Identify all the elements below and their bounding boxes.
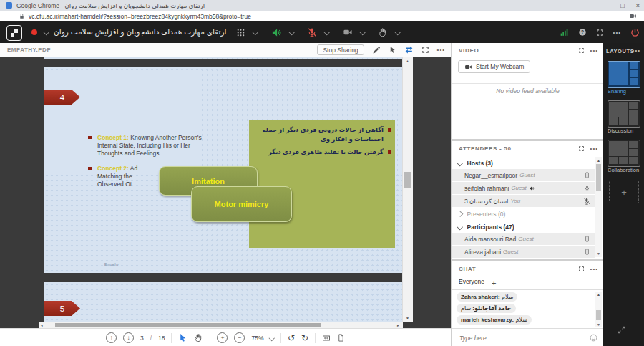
add-layout-button[interactable]: + [609,181,639,203]
pod-fullscreen-icon[interactable] [578,145,585,152]
zoom-in-button[interactable]: + [217,332,228,343]
exit-power-icon[interactable] [630,28,640,37]
scroll-down-arrow[interactable]: ▼ [597,251,600,256]
maximize-button[interactable]: □ [620,2,624,9]
video-pod-more-icon[interactable]: ••• [590,47,598,54]
scroll-thumb[interactable] [596,310,601,320]
document-controls: ↑ ↓ 3 / 18 + − 75% ↺ ↻ [0,328,451,346]
url-text[interactable]: vc.cfu.ac.ir/mahart-hamdeli/?session=bre… [29,13,251,20]
fit-page-icon[interactable] [337,334,345,342]
webcam-icon[interactable] [343,27,353,37]
start-webcam-button[interactable]: Start My Webcam [458,60,530,73]
vertical-scroll-thumb[interactable] [404,172,411,188]
scroll-right-arrow[interactable]: ▸ [397,323,399,327]
chat-messages: Zahra shakeri: سلام حامد آقاجانلو: سام m… [452,290,595,328]
scroll-up-arrow[interactable]: ▲ [597,292,600,297]
chat-input-row [452,328,603,346]
rotate-ccw-button[interactable]: ↺ [288,333,295,343]
minimize-button[interactable]: – [605,2,609,9]
attendee-row[interactable]: Aida.mansouri Rad Guest [452,233,595,246]
horizontal-scroll-thumb[interactable] [55,323,321,327]
attendee-row[interactable]: seifolah rahmani Guest [452,182,595,195]
chat-pod-title: CHAT [459,266,476,272]
speaker-chevron-icon[interactable] [288,29,294,35]
attendee-row[interactable]: Negar__esmailpoor Guest [452,169,595,182]
pod-fullscreen-icon[interactable] [578,47,585,54]
add-chat-tab-button[interactable]: + [492,279,496,287]
scroll-down-arrow[interactable]: ▼ [597,322,600,327]
document-vertical-scrollbar[interactable]: ▲ ▼ [402,57,413,322]
scroll-down-arrow[interactable]: ▼ [406,316,409,320]
page-up-button[interactable]: ↑ [106,332,117,343]
raise-hand-icon[interactable] [378,27,388,37]
layout-sharing-thumbnail[interactable] [608,61,640,88]
url-bar[interactable]: vc.cfu.ac.ir/mahart-hamdeli/?session=bre… [0,11,644,22]
sync-navigation-icon[interactable] [404,45,414,54]
pan-hand-tool-icon[interactable] [194,333,203,342]
pod-fullscreen-icon[interactable] [421,46,429,54]
connection-signal-icon[interactable] [560,28,569,37]
toolbar-more-icon[interactable]: ••• [613,29,621,36]
mic-chevron-icon[interactable] [324,29,330,35]
fullscreen-icon[interactable] [596,29,604,37]
layouts-more-icon[interactable]: ••• [633,47,640,54]
chat-pod-more-icon[interactable]: ••• [590,266,598,272]
attendee-row-you[interactable]: استان کردستان 3 You [452,195,595,208]
select-cursor-tool-icon[interactable] [178,333,187,342]
stop-sharing-button[interactable]: Stop Sharing [317,44,364,55]
page-down-button[interactable]: ↓ [123,332,134,343]
help-icon[interactable] [578,28,587,37]
camera-permission-icon[interactable] [629,12,637,20]
slide-number-banner: 5 [44,301,80,316]
share-pod-more-icon[interactable]: ••• [437,47,445,53]
meeting-title[interactable]: ارتقای مهارت همدلی دانشجویان و افزایش سل… [54,27,226,36]
zoom-chevron-icon[interactable] [269,335,275,341]
speaking-icon [529,186,535,191]
presenters-section-header[interactable]: Presenters (0) [452,208,595,220]
webcam-chevron-icon[interactable] [359,29,365,35]
fit-width-icon[interactable] [322,334,331,342]
layout-collaboration-label[interactable]: Collaboration [608,167,639,173]
close-button[interactable]: × [636,2,640,9]
browser-titlebar: Google Chrome - ارتقای مهارت همدلی دانشج… [0,0,644,11]
connect-logo-icon[interactable] [6,25,22,41]
attendee-row[interactable]: Alireza jahani Guest [452,246,595,259]
attendees-scrollbar[interactable]: ▲ ▼ [595,157,602,257]
pointer-icon[interactable] [389,46,396,54]
mobile-device-icon [584,249,590,255]
participants-section-header[interactable]: Participants (47) [452,221,595,233]
tab-everyone[interactable]: Everyone [459,278,484,287]
emoji-icon[interactable] [590,334,597,342]
document-horizontal-scrollbar[interactable]: ◂ ▸ [39,322,403,328]
scroll-up-arrow[interactable]: ▲ [406,59,409,63]
zoom-level[interactable]: 75% [251,335,263,342]
layout-discussion-thumbnail[interactable] [608,100,640,128]
layout-discussion-label[interactable]: Discussion [608,128,633,134]
no-video-message: No video feed available [452,87,603,95]
scroll-thumb[interactable] [596,164,601,191]
window-title: Google Chrome - ارتقای مهارت همدلی دانشج… [16,2,205,9]
attendees-pod-more-icon[interactable]: ••• [590,145,598,152]
chat-message: حامد آقاجانلو: سام [457,304,516,313]
collapse-panel-icon[interactable] [617,325,626,335]
pod-fullscreen-icon[interactable] [578,266,585,272]
pods-menu-icon[interactable] [236,28,245,37]
raise-hand-chevron-icon[interactable] [395,29,401,35]
persian-content-box: آگاهی از حالات درونی فردی دیگر از جمله ا… [249,120,395,248]
draw-pen-icon[interactable] [372,46,381,54]
pods-menu-chevron-icon[interactable] [253,29,258,35]
mic-muted-icon[interactable] [307,27,317,37]
page-total: 18 [158,335,165,342]
speaker-icon[interactable] [271,27,282,38]
lock-icon [19,13,25,19]
scroll-left-arrow[interactable]: ◂ [41,323,43,327]
chevron-down-icon[interactable] [44,29,49,35]
rotate-cw-button[interactable]: ↻ [301,333,308,343]
layout-sharing-label[interactable]: Sharing [608,88,626,95]
layout-collaboration-thumbnail[interactable] [608,140,640,167]
chat-scrollbar[interactable]: ▲ ▼ [595,292,602,327]
zoom-out-button[interactable]: − [234,332,245,343]
scroll-up-arrow[interactable]: ▲ [597,158,600,163]
hosts-section-header[interactable]: Hosts (3) [452,157,595,169]
chat-input[interactable] [458,334,575,342]
